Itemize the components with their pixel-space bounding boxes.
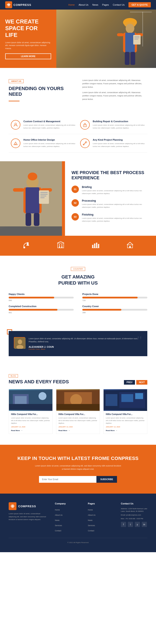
nav-home[interactable]: Home — [68, 4, 75, 6]
service-text-0: Custom Contract & Management Lorem ipsum… — [23, 120, 76, 130]
nav-contact[interactable]: Contact Us — [113, 4, 125, 6]
quote-decoration: " — [137, 333, 142, 348]
service-icon-0 — [11, 120, 20, 130]
about-left: ABOUT US DEPENDING ON YOURS NEED — [9, 79, 74, 105]
email-input[interactable] — [39, 476, 96, 483]
subscribe-button[interactable]: SUBSCRIBE — [96, 476, 117, 483]
counter-label-1: Projects Done — [82, 293, 147, 296]
svg-rect-13 — [134, 39, 138, 40]
service-desc-0: Lorem ipsum dolor sit amet, consectetuer… — [23, 124, 76, 130]
svg-rect-66 — [106, 394, 117, 406]
blog-post-desc-2: Lorem ipsum dolor sit amet, consectetuer… — [106, 417, 145, 424]
hero-bg — [56, 10, 156, 68]
svg-rect-47 — [94, 244, 95, 248]
service-desc-1: Lorem ipsum dolor sit amet, consectetuer… — [93, 124, 145, 130]
footer-page-services[interactable]: Services — [88, 523, 114, 527]
process-step-0: 01 Briefing Lorem ipsum dolor sit amet, … — [71, 186, 150, 195]
footer-link-services[interactable]: Services — [55, 523, 81, 527]
blog-body-0: Hillix Compund Villa For... Lorem ipsum … — [9, 411, 52, 434]
next-button[interactable]: NEXT — [136, 380, 147, 384]
blog-date-0: JANUARY 13, 2020 — [11, 426, 50, 428]
hero-description: Lorem ipsum dolor sit amet, consectetuer… — [5, 41, 51, 50]
paint-icon — [22, 240, 30, 251]
nav-pages[interactable]: Pages — [102, 4, 109, 6]
counter-num-2: 861 — [9, 312, 74, 314]
service-icon-2 — [11, 138, 20, 148]
service-title-2: Home Office Interior Design — [23, 138, 76, 141]
svg-point-26 — [28, 172, 37, 180]
services-grid: Custom Contract & Management Lorem ipsum… — [0, 116, 156, 161]
counter-grid: Happy Clients 895 Projects Done 720 Comp… — [9, 293, 147, 314]
footer-page-home[interactable]: Home — [88, 508, 114, 512]
svg-rect-43 — [61, 244, 62, 246]
brand-logo[interactable]: COMPRESS — [5, 1, 31, 8]
step-desc-2: Lorem ipsum dolor sit amet, consectetuer… — [82, 217, 150, 223]
nav-news[interactable]: News — [92, 4, 98, 6]
blog-img-svg-1 — [56, 389, 100, 411]
svg-rect-0 — [7, 4, 10, 5]
step-title-1: Processing — [82, 199, 150, 202]
svg-line-18 — [17, 125, 17, 126]
prev-button[interactable]: PREV — [124, 380, 135, 384]
svg-rect-60 — [9, 404, 52, 410]
footer-brand-name: COMPRESS — [18, 505, 36, 508]
step-title-2: Finishing — [82, 213, 150, 216]
arrow-icon-2: → — [116, 430, 117, 432]
cta-title: KEEP IN TOUCH WITH LATEST FROME CONPRESS — [9, 456, 147, 461]
arrow-icon-1: → — [68, 430, 70, 432]
footer-page-about[interactable]: About Us — [88, 513, 114, 516]
facebook-icon[interactable]: f — [121, 522, 126, 527]
counter-bar-fill-0 — [9, 297, 54, 298]
hero-section: WE CREATE SPACE FOR LIFE Lorem ipsum dol… — [0, 10, 156, 68]
footer-link-contact[interactable]: Contact — [55, 528, 81, 532]
svg-point-16 — [15, 123, 16, 125]
footer-page-news[interactable]: News — [88, 518, 114, 522]
read-more-2[interactable]: Read More → — [106, 430, 145, 432]
service-title-3: Any Kind Project Planning — [93, 138, 145, 141]
svg-rect-11 — [134, 36, 140, 37]
footer-page-contact[interactable]: Contact — [88, 528, 114, 532]
service-text-2: Home Office Interior Design Lorem ipsum … — [23, 138, 76, 148]
svg-rect-12 — [134, 38, 140, 38]
svg-rect-32 — [40, 192, 48, 193]
footer-logo-icon — [9, 502, 16, 510]
service-desc-3: Lorem ipsum dolor sit amet, consectetuer… — [93, 142, 145, 148]
brand-name: COMPRESS — [13, 3, 31, 6]
orange-stripe — [62, 161, 65, 236]
counter-item-2: Completed Construction 861 — [9, 305, 74, 314]
testimonial-content: Lorem ipsum dolor sit amet, consectetur … — [29, 337, 142, 350]
footer-link-home[interactable]: Home — [55, 508, 81, 512]
footer-company-title: Company — [55, 502, 81, 505]
blog-grid: Hillix Compund Villa For... Lorem ipsum … — [9, 389, 147, 434]
svg-rect-39 — [26, 245, 29, 246]
service-icon-1 — [80, 120, 90, 130]
youtube-icon[interactable]: y — [135, 522, 140, 527]
step-num-2: 03 — [71, 213, 79, 220]
blog-tag: BLOG — [9, 374, 18, 378]
svg-rect-36 — [25, 213, 31, 226]
icons-bar — [0, 236, 156, 256]
footer-link-news[interactable]: News — [55, 518, 81, 522]
counter-bar-fill-2 — [9, 309, 57, 310]
learn-more-button[interactable]: LEARN MORE — [5, 54, 51, 59]
read-more-1[interactable]: Read More → — [58, 430, 98, 432]
blog-post-title-2: Hillix Compund Villa For... — [106, 413, 145, 416]
blog-card-1: Hillix Compund Villa For... Lorem ipsum … — [56, 389, 100, 434]
twitter-icon[interactable]: t — [128, 522, 133, 527]
blog-body-1: Hillix Compund Villa For... Lorem ipsum … — [56, 411, 100, 434]
svg-rect-8 — [117, 33, 124, 36]
read-more-0[interactable]: Read More → — [11, 430, 50, 432]
worker2-svg — [0, 161, 65, 226]
svg-rect-72 — [13, 504, 13, 508]
footer-link-about[interactable]: About Us — [55, 513, 81, 516]
counter-item-0: Happy Clients 895 — [9, 293, 74, 302]
svg-rect-38 — [27, 242, 29, 245]
step-content-2: Finishing Lorem ipsum dolor sit amet, co… — [82, 213, 150, 223]
nav-about[interactable]: About Us — [79, 4, 88, 6]
blog-post-title-1: Hillix Compund Villa For... — [58, 413, 98, 416]
about-section: ABOUT US DEPENDING ON YOURS NEED Lorem i… — [0, 68, 156, 116]
nav-links: Home About Us News Pages Contact Us GET … — [68, 2, 151, 8]
get-quote-button[interactable]: GET A QUOTE — [129, 2, 151, 8]
footer-logo: COMPRESS — [9, 502, 48, 510]
instagram-icon[interactable]: in — [142, 522, 147, 527]
